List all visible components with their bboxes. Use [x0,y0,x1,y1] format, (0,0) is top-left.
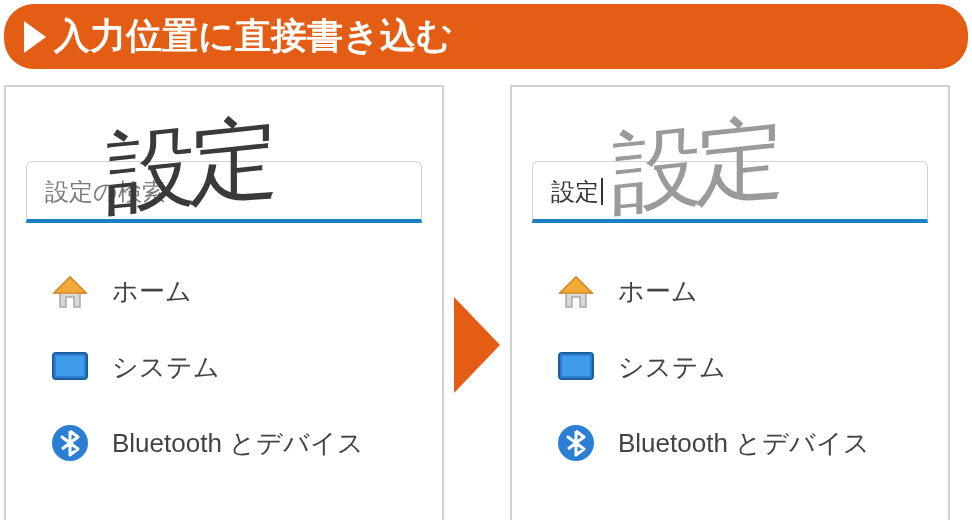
header-title: 入力位置に直接書き込む [54,12,453,61]
search-input[interactable]: 設定の検索 [26,161,422,223]
menu-label: システム [618,350,726,385]
svg-rect-1 [56,356,84,376]
settings-menu: ホーム システム Bluetooth とデバイス [26,251,422,463]
sidebar-item-home[interactable]: ホーム [556,271,928,311]
system-icon [50,347,90,387]
search-placeholder: 設定の検索 [45,178,166,205]
panel-after: 設定 設定 ホーム システム [510,85,950,520]
home-icon [556,271,596,311]
sidebar-item-home[interactable]: ホーム [50,271,422,311]
sidebar-item-bluetooth[interactable]: Bluetooth とデバイス [556,423,928,463]
system-icon [556,347,596,387]
sidebar-item-system[interactable]: システム [50,347,422,387]
bluetooth-icon [556,423,596,463]
sidebar-item-system[interactable]: システム [556,347,928,387]
search-area: 設定 設定 [532,161,928,223]
play-icon [24,21,46,53]
settings-menu: ホーム システム Bluetooth とデバイス [532,251,928,463]
sidebar-item-bluetooth[interactable]: Bluetooth とデバイス [50,423,422,463]
transition-arrow-icon [454,297,500,393]
menu-label: ホーム [618,274,698,309]
menu-label: システム [112,350,220,385]
menu-label: Bluetooth とデバイス [618,426,870,461]
svg-rect-4 [562,356,590,376]
section-header: 入力位置に直接書き込む [4,4,968,69]
bluetooth-icon [50,423,90,463]
panel-before: 設定 設定の検索 ホーム システム [4,85,444,520]
panels-container: 設定 設定の検索 ホーム システム [0,73,972,520]
search-entered-text: 設定 [551,178,603,205]
search-area: 設定 設定の検索 [26,161,422,223]
search-input[interactable]: 設定 [532,161,928,223]
menu-label: Bluetooth とデバイス [112,426,364,461]
home-icon [50,271,90,311]
menu-label: ホーム [112,274,192,309]
